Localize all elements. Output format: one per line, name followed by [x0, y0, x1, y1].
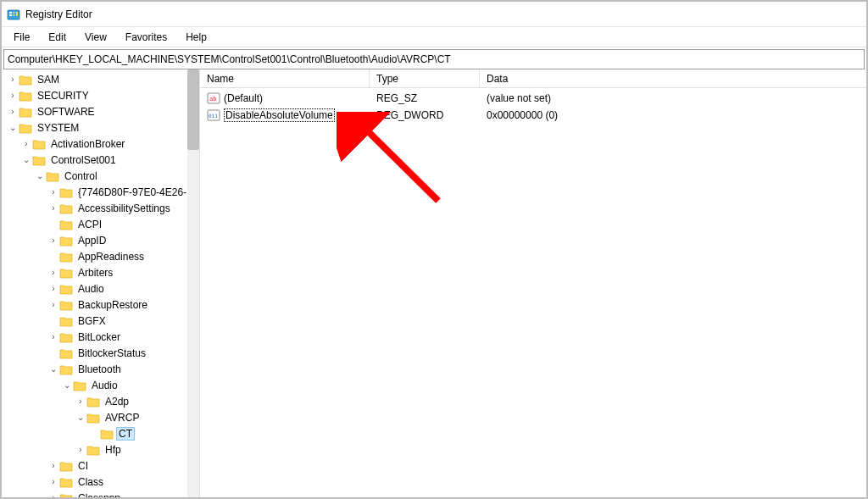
address-bar[interactable]: Computer\HKEY_LOCAL_MACHINE\SYSTEM\Contr…	[3, 49, 865, 69]
folder-icon	[59, 347, 73, 359]
tree-item-backuprestore[interactable]: ›BackupRestore	[46, 297, 199, 313]
expand-icon[interactable]: ›	[47, 461, 59, 470]
folder-icon	[86, 444, 100, 456]
tree-item-class[interactable]: ›Class	[46, 474, 199, 490]
tree-item-classpnp[interactable]: ›Classpnp	[46, 490, 199, 497]
collapse-icon[interactable]: ⌄	[61, 380, 73, 390]
tree-pane[interactable]: ›SAM ›SECURITY ›SOFTWARE ⌄SYSTEM ›Activa…	[2, 69, 200, 497]
svg-rect-4	[13, 14, 15, 16]
tree-item-control[interactable]: ⌄Control	[32, 168, 199, 184]
value-row-disableabsolutevolume[interactable]: 011 DisableAbsoluteVolume REG_DWORD 0x00…	[200, 107, 866, 124]
tree-item-software[interactable]: ›SOFTWARE	[5, 103, 199, 119]
collapse-icon[interactable]: ⌄	[75, 413, 86, 422]
folder-icon	[59, 476, 73, 488]
folder-icon	[59, 315, 73, 327]
tree-item-system[interactable]: ⌄SYSTEM	[5, 119, 199, 136]
tree-item-bt-audio[interactable]: ⌄Audio	[59, 377, 199, 393]
expand-icon[interactable]: ›	[47, 284, 59, 293]
folder-icon	[59, 267, 73, 279]
expand-icon[interactable]: ›	[47, 477, 59, 486]
column-data[interactable]: Data	[480, 69, 743, 87]
value-name: (Default)	[224, 92, 263, 104]
tree-item-bgfx[interactable]: BGFX	[46, 313, 199, 329]
svg-text:011: 011	[209, 113, 218, 119]
collapse-icon[interactable]: ⌄	[34, 171, 46, 180]
folder-icon	[59, 235, 73, 247]
collapse-icon[interactable]: ⌄	[7, 123, 19, 132]
folder-icon	[59, 186, 73, 198]
folder-icon	[86, 396, 100, 408]
tree-item-ci[interactable]: ›CI	[46, 457, 199, 474]
expand-icon[interactable]: ›	[47, 332, 59, 341]
scrollbar-thumb[interactable]	[187, 69, 199, 150]
reg-dword-icon: 011	[207, 108, 220, 122]
tree-item-audio[interactable]: ›Audio	[46, 280, 199, 297]
expand-icon[interactable]: ›	[7, 75, 19, 84]
title-bar: Registry Editor	[2, 2, 866, 27]
collapse-icon[interactable]: ⌄	[47, 364, 59, 374]
folder-icon	[59, 492, 73, 498]
menu-view[interactable]: View	[76, 30, 115, 45]
menu-help[interactable]: Help	[177, 30, 215, 45]
expand-icon[interactable]: ›	[47, 268, 59, 277]
menu-favorites[interactable]: Favorites	[117, 30, 175, 45]
expand-icon[interactable]: ›	[47, 493, 59, 497]
svg-rect-1	[9, 12, 12, 14]
expand-icon[interactable]: ›	[75, 445, 86, 454]
svg-rect-3	[13, 12, 15, 14]
svg-rect-2	[9, 14, 12, 16]
folder-icon	[19, 90, 32, 102]
tree-item-arbiters[interactable]: ›Arbiters	[46, 264, 199, 280]
column-header: Name Type Data	[200, 69, 866, 88]
tree-item-bluetooth[interactable]: ⌄Bluetooth	[46, 361, 199, 377]
expand-icon[interactable]: ›	[47, 236, 59, 245]
tree-item-hfp[interactable]: ›Hfp	[73, 441, 199, 457]
tree-item-avrcp[interactable]: ⌄AVRCP	[73, 409, 199, 425]
expand-icon[interactable]: ›	[47, 300, 59, 309]
expand-icon[interactable]: ›	[75, 396, 86, 406]
tree-item-controlset001[interactable]: ⌄ControlSet001	[19, 152, 199, 168]
menu-bar: File Edit View Favorites Help	[2, 27, 866, 47]
folder-icon	[100, 428, 114, 440]
value-name-editing[interactable]: DisableAbsoluteVolume	[224, 108, 335, 122]
menu-edit[interactable]: Edit	[40, 30, 75, 45]
tree-item-bitlockerstatus[interactable]: BitlockerStatus	[46, 345, 199, 361]
folder-icon	[32, 138, 46, 150]
expand-icon[interactable]: ›	[20, 139, 32, 148]
column-type[interactable]: Type	[370, 69, 480, 87]
tree-item-activationbroker[interactable]: ›ActivationBroker	[19, 136, 199, 152]
value-data: (value not set)	[480, 92, 743, 104]
tree-item-appreadiness[interactable]: AppReadiness	[46, 248, 199, 264]
tree-item-sam[interactable]: ›SAM	[5, 71, 199, 87]
menu-file[interactable]: File	[5, 30, 38, 45]
folder-icon	[59, 331, 73, 343]
folder-icon	[73, 380, 86, 391]
folder-icon	[19, 74, 32, 86]
tree-scrollbar[interactable]	[187, 69, 199, 497]
tree-item-bitlocker[interactable]: ›BitLocker	[46, 329, 199, 345]
folder-icon	[59, 251, 73, 263]
tree-item-accessibility[interactable]: ›AccessibilitySettings	[46, 200, 199, 216]
tree-item-guid[interactable]: ›{7746D80F-97E0-4E26-	[46, 184, 199, 200]
folder-icon	[46, 170, 59, 182]
expand-icon[interactable]: ›	[7, 91, 19, 100]
tree-item-security[interactable]: ›SECURITY	[5, 87, 199, 103]
expand-icon[interactable]: ›	[47, 203, 59, 213]
tree-item-a2dp[interactable]: ›A2dp	[73, 393, 199, 409]
tree-item-ct[interactable]: CT	[86, 425, 199, 441]
regedit-icon	[7, 8, 20, 21]
folder-icon	[86, 412, 100, 424]
expand-icon[interactable]: ›	[47, 187, 59, 197]
values-pane[interactable]: Name Type Data ab (Default) REG_SZ (valu…	[200, 69, 866, 497]
value-type: REG_DWORD	[370, 109, 480, 121]
value-row-default[interactable]: ab (Default) REG_SZ (value not set)	[200, 90, 866, 107]
address-text: Computer\HKEY_LOCAL_MACHINE\SYSTEM\Contr…	[8, 53, 451, 65]
tree-item-acpi[interactable]: ACPI	[46, 216, 199, 232]
column-name[interactable]: Name	[200, 69, 370, 87]
content-split: ›SAM ›SECURITY ›SOFTWARE ⌄SYSTEM ›Activa…	[2, 69, 866, 497]
folder-icon	[59, 219, 73, 230]
expand-icon[interactable]: ›	[7, 107, 19, 116]
folder-icon	[59, 299, 73, 311]
tree-item-appid[interactable]: ›AppID	[46, 232, 199, 248]
collapse-icon[interactable]: ⌄	[20, 155, 32, 164]
